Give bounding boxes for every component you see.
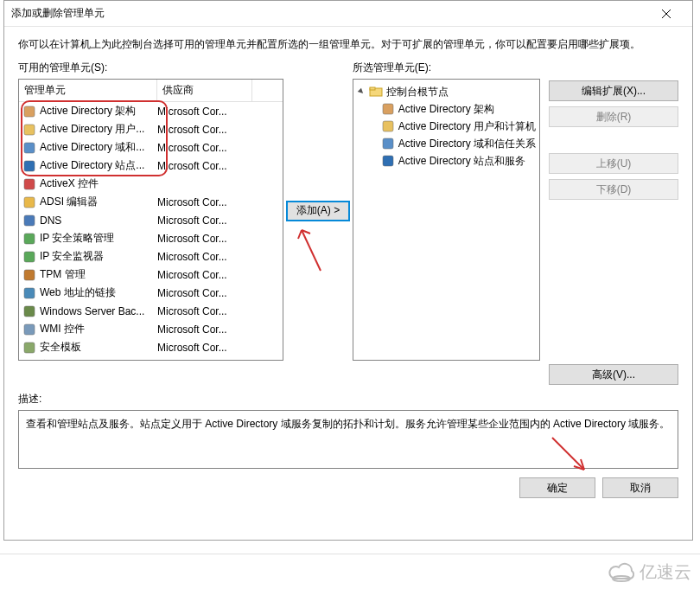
list-item[interactable]: IP 安全监视器Microsoft Cor...	[19, 247, 283, 266]
tree-children: Active Directory 架构Active Directory 用户和计…	[357, 100, 536, 170]
watermark: 亿速云	[608, 560, 691, 584]
item-vendor: Microsoft Cor...	[157, 106, 252, 118]
tree-item-label: Active Directory 架构	[398, 102, 494, 117]
col-header-snapin[interactable]: 管理单元	[19, 80, 157, 101]
selected-column: 所选管理单元(E): 控制台根节点 Active Directory 架构Act…	[353, 61, 678, 361]
close-button[interactable]	[646, 1, 685, 27]
svg-rect-20	[383, 156, 393, 166]
watermark-text: 亿速云	[640, 560, 691, 584]
tree-item[interactable]: Active Directory 架构	[381, 100, 536, 118]
list-item[interactable]: Active Directory 架构Microsoft Cor...	[19, 102, 283, 120]
item-name: WMI 控件	[40, 322, 85, 336]
svg-rect-8	[24, 252, 35, 262]
list-item[interactable]: 安全模板Microsoft Cor...	[19, 338, 283, 356]
edit-extensions-button[interactable]: 编辑扩展(X)...	[549, 80, 678, 101]
svg-rect-0	[24, 106, 35, 117]
item-name: ActiveX 控件	[40, 176, 99, 191]
advanced-row: 高级(V)...	[4, 361, 692, 385]
svg-rect-7	[24, 234, 35, 244]
logo-icon	[608, 561, 634, 584]
description-box: 查看和管理站点及服务。站点定义用于 Active Directory 域服务复制…	[18, 410, 678, 469]
dialog-window: 添加或删除管理单元 你可以在计算机上为此控制台选择可用的管理单元并配置所选的一组…	[3, 0, 693, 541]
tree-root[interactable]: 控制台根节点	[357, 83, 536, 100]
svg-rect-5	[24, 197, 35, 208]
list-rows[interactable]: Active Directory 架构Microsoft Cor...Activ…	[19, 102, 283, 361]
item-vendor: Microsoft Cor...	[157, 124, 252, 136]
tree-item[interactable]: Active Directory 用户和计算机	[381, 118, 536, 135]
page-divider	[0, 554, 700, 554]
item-name: Active Directory 用户...	[40, 122, 144, 137]
list-item[interactable]: Active Directory 站点...Microsoft Cor...	[19, 157, 283, 175]
ad-domains-icon	[22, 141, 36, 155]
arrow-annotation-1	[295, 223, 329, 275]
item-name: Windows Server Bac...	[40, 305, 144, 317]
item-vendor: Microsoft Cor...	[157, 251, 252, 263]
ipsec-pol-icon	[22, 232, 36, 246]
move-up-button: 上移(U)	[549, 153, 678, 174]
ok-button[interactable]: 确定	[519, 477, 595, 498]
sec-tpl-icon	[22, 341, 36, 355]
item-vendor: Microsoft Cor...	[157, 214, 252, 227]
list-item[interactable]: DNSMicrosoft Cor...	[19, 211, 283, 229]
list-header: 管理单元 供应商	[19, 80, 283, 102]
available-listbox[interactable]: 管理单元 供应商 Active Directory 架构Microsoft Co…	[18, 79, 283, 361]
ad-domains-icon	[381, 137, 395, 150]
item-vendor: Microsoft Cor...	[157, 287, 252, 299]
svg-rect-18	[383, 121, 393, 131]
available-column: 可用的管理单元(S): 管理单元 供应商 Active Directory 架构…	[18, 61, 283, 361]
middle-column: 添加(A) >	[283, 61, 352, 361]
side-buttons: 编辑扩展(X)... 删除(R) 上移(U) 下移(D)	[549, 61, 678, 361]
cancel-button[interactable]: 取消	[602, 477, 678, 498]
item-vendor: Microsoft Cor...	[157, 233, 252, 245]
selected-label: 所选管理单元(E):	[353, 61, 540, 75]
sec-cfg-icon	[22, 359, 36, 362]
selected-treebox[interactable]: 控制台根节点 Active Directory 架构Active Directo…	[353, 79, 540, 361]
item-vendor: Microsoft Cor...	[157, 305, 252, 317]
svg-rect-14	[24, 361, 35, 362]
tree-item-label: Active Directory 用户和计算机	[398, 119, 536, 134]
list-item[interactable]: Web 地址的链接Microsoft Cor...	[19, 284, 283, 302]
item-vendor: Microsoft Cor	[157, 360, 252, 362]
svg-rect-4	[24, 179, 35, 189]
svg-rect-17	[383, 104, 393, 114]
ad-sites-icon	[22, 159, 36, 173]
list-item[interactable]: IP 安全策略管理Microsoft Cor...	[19, 229, 283, 247]
tree-item[interactable]: Active Directory 站点和服务	[381, 152, 536, 170]
item-name: Web 地址的链接	[40, 285, 116, 300]
item-vendor: Microsoft Cor...	[157, 142, 252, 154]
list-item[interactable]: ADSI 编辑器Microsoft Cor...	[19, 193, 283, 211]
list-item[interactable]: TPM 管理Microsoft Cor...	[19, 266, 283, 284]
dns-icon	[22, 214, 36, 227]
list-item[interactable]: WMI 控件Microsoft Cor...	[19, 320, 283, 338]
tree-root-label: 控制台根节点	[386, 85, 449, 99]
item-name: ADSI 编辑器	[40, 195, 98, 209]
ad-sites-icon	[381, 154, 395, 168]
item-name: 安全配置和分析	[40, 358, 112, 361]
svg-rect-11	[24, 306, 35, 317]
item-name: DNS	[40, 214, 61, 227]
intro-text: 你可以在计算机上为此控制台选择可用的管理单元并配置所选的一组管理单元。对于可扩展…	[4, 27, 692, 57]
main-content: 可用的管理单元(S): 管理单元 供应商 Active Directory 架构…	[4, 57, 692, 361]
item-name: IP 安全策略管理	[40, 231, 114, 246]
advanced-button[interactable]: 高级(V)...	[549, 364, 678, 385]
item-name: Active Directory 架构	[40, 104, 136, 118]
svg-rect-16	[370, 87, 375, 90]
list-item[interactable]: Windows Server Bac...Microsoft Cor...	[19, 302, 283, 320]
tree-item[interactable]: Active Directory 域和信任关系	[381, 135, 536, 152]
weblink-icon	[22, 286, 36, 300]
list-item[interactable]: Active Directory 域和...Microsoft Cor...	[19, 138, 283, 157]
col-header-vendor[interactable]: 供应商	[157, 80, 252, 101]
add-button[interactable]: 添加(A) >	[286, 201, 350, 221]
collapse-icon[interactable]	[357, 87, 366, 96]
list-item[interactable]: 安全配置和分析Microsoft Cor	[19, 356, 283, 361]
folder-icon	[369, 85, 383, 99]
close-icon	[661, 9, 671, 19]
list-item[interactable]: Active Directory 用户...Microsoft Cor...	[19, 120, 283, 138]
svg-rect-6	[24, 215, 35, 226]
svg-rect-12	[24, 324, 35, 335]
adsi-icon	[22, 195, 36, 209]
remove-button: 删除(R)	[549, 106, 678, 127]
svg-rect-10	[24, 288, 35, 298]
list-item[interactable]: ActiveX 控件	[19, 175, 283, 193]
item-vendor: Microsoft Cor...	[157, 269, 252, 281]
